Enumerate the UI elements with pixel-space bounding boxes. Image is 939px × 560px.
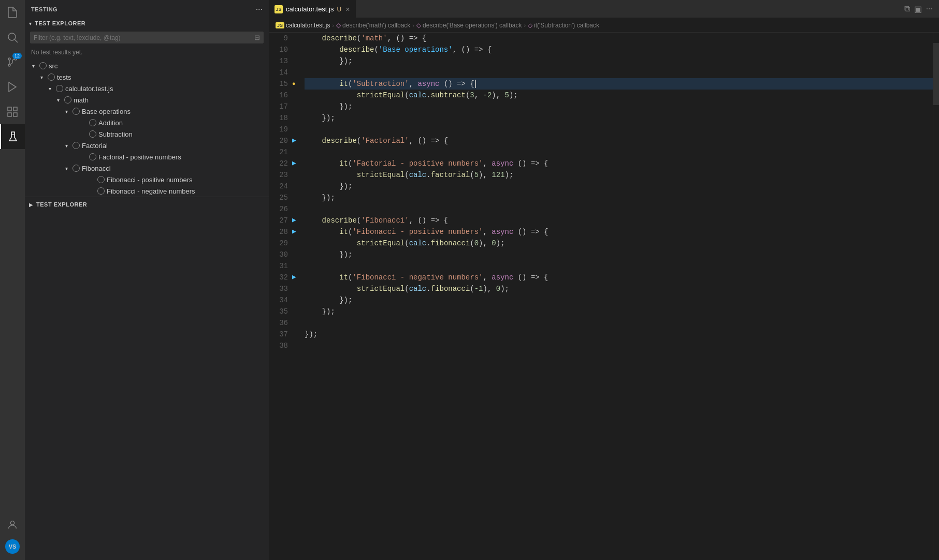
src-chevron: ▾ — [29, 63, 37, 69]
filter-icon[interactable]: ⊟ — [254, 34, 260, 41]
tree-item-tests[interactable]: ▾ tests — [25, 71, 269, 83]
testing-icon[interactable] — [0, 124, 25, 149]
breadcrumb-file[interactable]: JS calculator.test.js — [276, 22, 330, 29]
factorial-label: Factorial — [82, 142, 108, 150]
code-editor: 9 10 13 14 15 16 17 18 19 20 21 22 23 24… — [269, 33, 939, 560]
ln-14: 14 — [269, 67, 288, 78]
code-line-34: }); — [305, 294, 933, 306]
run-btn-32[interactable]: ▶ — [292, 272, 296, 283]
tab-close-button[interactable]: × — [344, 5, 351, 14]
tree-item-fibonacci-negative[interactable]: Fibonacci - negative numbers — [25, 185, 269, 197]
account-icon[interactable] — [0, 512, 25, 537]
svg-rect-9 — [13, 113, 17, 116]
svg-point-4 — [8, 64, 10, 66]
ln-33: 33 — [269, 283, 288, 294]
fibonacci-run-icon[interactable]: ▷ — [233, 164, 240, 173]
svg-rect-7 — [13, 107, 17, 111]
tree-item-fibonacci[interactable]: ▾ Fibonacci ▷ ⚲ ◎ ⧉ — [25, 163, 269, 174]
factorial-circle — [73, 142, 80, 149]
code-line-25: }); — [305, 192, 933, 203]
tests-circle — [48, 73, 55, 81]
tab-js-icon: JS — [275, 5, 283, 13]
fibonacci-more-icon[interactable]: ⧉ — [258, 164, 265, 173]
gutter-34 — [292, 294, 302, 306]
ln-35: 35 — [269, 306, 288, 317]
ln-29: 29 — [269, 238, 288, 249]
run-btn-22[interactable]: ▶ — [292, 158, 296, 169]
gutter-35 — [292, 306, 302, 317]
tree-item-calculator-test[interactable]: ▾ calculator.test.js — [25, 83, 269, 94]
tree-item-src[interactable]: ▾ src — [25, 60, 269, 71]
code-line-30: }); — [305, 249, 933, 260]
gutter-26 — [292, 203, 302, 215]
split-editor-icon[interactable]: ⧉ — [903, 3, 911, 14]
code-line-35: }); — [305, 306, 933, 317]
math-chevron: ▾ — [54, 97, 62, 103]
tree-item-fibonacci-positive[interactable]: Fibonacci - positive numbers — [25, 174, 269, 185]
run-btn-20[interactable]: ▶ — [292, 135, 296, 146]
src-circle — [39, 62, 47, 69]
breadcrumb-it-subtraction-label: it('Subtraction') callback — [534, 22, 599, 29]
minimap[interactable] — [933, 33, 939, 560]
gutter-18 — [292, 112, 302, 124]
tree-item-math[interactable]: ▾ math — [25, 94, 269, 106]
ln-20: 20 — [269, 135, 288, 146]
more-tab-actions-icon[interactable]: ··· — [925, 3, 934, 14]
settings-icon[interactable]: VS — [5, 539, 20, 554]
more-actions-icon[interactable]: ··· — [256, 5, 263, 14]
filter-input[interactable] — [34, 34, 254, 41]
run-btn-27[interactable]: ▶ — [292, 215, 296, 226]
tree-item-addition[interactable]: Addition — [25, 117, 269, 128]
gutter-27: ▶ — [292, 215, 302, 226]
factorial-positive-circle — [89, 153, 96, 160]
code-line-26 — [305, 203, 933, 215]
ln-10: 10 — [269, 44, 288, 55]
tree-item-base-operations[interactable]: ▾ Base operations — [25, 106, 269, 117]
tests-label: tests — [57, 73, 71, 81]
sidebar: TESTING ··· ▾ TEST EXPLORER ⊟ No test re… — [25, 0, 269, 560]
sidebar-bottom-section: ▶ TEST EXPLORER — [25, 197, 269, 212]
breadcrumb-describe-math[interactable]: ◇ describe('math') callback — [336, 22, 410, 29]
toggle-panel-icon[interactable]: ▣ — [913, 3, 923, 15]
breadcrumb-it-subtraction[interactable]: ◇ it('Subtraction') callback — [528, 22, 599, 29]
ln-17: 17 — [269, 101, 288, 112]
source-control-badge: 12 — [12, 53, 22, 59]
line-15-indicator[interactable]: ● — [292, 78, 296, 90]
gutter-14 — [292, 67, 302, 78]
run-btn-28[interactable]: ▶ — [292, 226, 296, 238]
extensions-icon[interactable] — [0, 99, 25, 124]
fibonacci-positive-circle — [97, 176, 105, 183]
test-explorer-title-bar[interactable]: ▾ TEST EXPLORER — [25, 18, 269, 28]
search-icon[interactable] — [0, 25, 25, 50]
breadcrumb-describe-icon-2: ◇ — [416, 22, 421, 29]
breadcrumb-describe-base[interactable]: ◇ describe('Base operations') callback — [416, 22, 522, 29]
base-operations-circle — [73, 108, 80, 115]
code-line-29: strictEqual(calc.fibonacci(0), 0); — [305, 238, 933, 249]
files-icon[interactable] — [0, 0, 25, 25]
src-label: src — [49, 62, 57, 70]
code-content[interactable]: describe('math', () => { describe('Base … — [302, 33, 933, 560]
tree-item-subtraction[interactable]: Subtraction — [25, 128, 269, 140]
gutter-13 — [292, 55, 302, 67]
ln-31: 31 — [269, 260, 288, 272]
code-line-16: strictEqual(calc.subtract(3, -2), 5); — [305, 90, 933, 101]
gutter-17 — [292, 101, 302, 112]
fibonacci-negative-label: Fibonacci - negative numbers — [107, 187, 195, 195]
gutter-21 — [292, 146, 302, 158]
bottom-chevron: ▶ — [29, 202, 33, 208]
breadcrumb-sep-3: › — [524, 22, 526, 28]
source-control-icon[interactable]: 12 — [0, 50, 25, 75]
bottom-test-explorer-bar[interactable]: ▶ TEST EXPLORER — [25, 199, 269, 210]
tree-item-factorial-positive[interactable]: Factorial - positive numbers — [25, 151, 269, 163]
gutter-38 — [292, 340, 302, 351]
ln-9: 9 — [269, 33, 288, 44]
breadcrumb-it-icon: ◇ — [528, 22, 532, 29]
gutter-33 — [292, 283, 302, 294]
minimap-thumb[interactable] — [933, 43, 939, 105]
calculator-test-tab[interactable]: JS calculator.test.js U × — [269, 0, 356, 18]
fibonacci-coverage-icon[interactable]: ◎ — [249, 164, 257, 173]
tree-item-factorial[interactable]: ▾ Factorial — [25, 140, 269, 151]
breadcrumb-file-label: calculator.test.js — [286, 22, 330, 29]
fibonacci-debug-icon[interactable]: ⚲ — [241, 164, 248, 173]
run-debug-icon[interactable] — [0, 75, 25, 99]
